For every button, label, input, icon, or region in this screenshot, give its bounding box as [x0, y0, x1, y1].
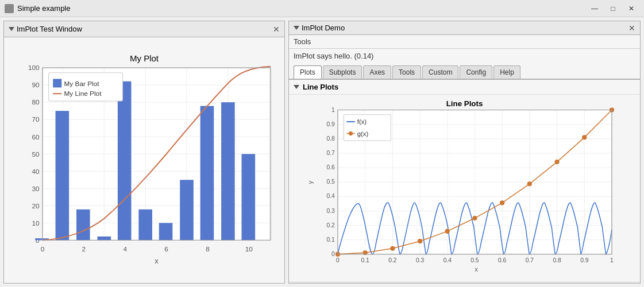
svg-rect-43 — [221, 102, 235, 240]
tab-config[interactable]: Config — [460, 65, 492, 79]
svg-text:0.6: 0.6 — [498, 257, 507, 263]
svg-text:6: 6 — [164, 245, 168, 253]
legend-line-label: My Line Plot — [64, 90, 102, 98]
svg-text:10: 10 — [32, 219, 40, 227]
close-button[interactable]: ✕ — [623, 2, 639, 15]
svg-text:8: 8 — [206, 245, 210, 253]
svg-rect-42 — [200, 106, 214, 241]
line-chart-title: Line Plots — [446, 99, 483, 108]
svg-rect-39 — [138, 210, 152, 241]
line-plots-collapse-icon — [294, 85, 299, 89]
right-panel-close[interactable]: ✕ — [628, 24, 635, 32]
svg-text:0.9: 0.9 — [580, 257, 589, 263]
left-panel-title: ImPlot Test Window — [17, 25, 82, 33]
tab-help[interactable]: Help — [493, 65, 520, 79]
tab-tools[interactable]: Tools — [392, 65, 421, 79]
svg-text:0: 0 — [36, 236, 40, 245]
svg-point-91 — [390, 246, 395, 251]
minimize-button[interactable]: — — [587, 2, 603, 15]
svg-text:50: 50 — [32, 150, 40, 158]
y-axis-labels: 0 10 20 30 40 50 60 70 80 90 100 — [28, 64, 40, 244]
tab-subplots[interactable]: Subplots — [323, 65, 363, 79]
left-panel-header: ImPlot Test Window ✕ — [4, 21, 284, 37]
svg-text:30: 30 — [32, 185, 40, 193]
svg-text:0.6: 0.6 — [327, 164, 336, 170]
y-axis-label: y — [307, 181, 314, 184]
line-chart-svg: Line Plots — [291, 97, 638, 280]
svg-text:20: 20 — [32, 202, 40, 210]
svg-text:0.3: 0.3 — [416, 257, 425, 263]
tools-label: Tools — [294, 37, 311, 46]
tab-plots[interactable]: Plots — [294, 65, 322, 79]
svg-rect-35 — [56, 111, 70, 240]
svg-text:4: 4 — [123, 245, 127, 253]
left-chart-container: My Plot — [4, 37, 284, 283]
left-panel-close[interactable]: ✕ — [273, 25, 280, 33]
svg-rect-38 — [118, 82, 132, 241]
svg-text:0.9: 0.9 — [327, 121, 336, 127]
collapse-icon-right[interactable] — [294, 26, 299, 30]
svg-text:80: 80 — [32, 98, 40, 106]
svg-text:70: 70 — [32, 115, 40, 123]
svg-point-92 — [418, 239, 422, 243]
bar-chart-svg: My Plot — [9, 42, 280, 278]
x-labels-r: 0 0.1 0.2 0.3 0.4 0.5 0.6 0.7 0.8 0.9 1 — [336, 257, 614, 263]
svg-text:10: 10 — [245, 245, 253, 253]
svg-text:0: 0 — [331, 251, 335, 257]
svg-text:0.2: 0.2 — [327, 222, 336, 228]
svg-text:0.4: 0.4 — [444, 257, 452, 263]
line-plots-section-header[interactable]: Line Plots — [289, 80, 640, 95]
chart-title: My Plot — [130, 53, 159, 63]
svg-point-97 — [554, 160, 559, 164]
svg-rect-37 — [97, 236, 111, 240]
svg-text:0.5: 0.5 — [471, 257, 479, 263]
svg-text:0.2: 0.2 — [388, 257, 397, 263]
svg-text:0.8: 0.8 — [553, 257, 561, 263]
svg-text:0.8: 0.8 — [327, 135, 336, 142]
right-panel: ImPlot Demo ✕ Tools ImPlot says hello. (… — [288, 21, 641, 284]
svg-text:0.5: 0.5 — [327, 179, 336, 185]
svg-text:0.7: 0.7 — [327, 150, 336, 156]
line-plots-title: Line Plots — [303, 83, 338, 91]
app-title: Simple example — [17, 4, 71, 13]
window-controls: — □ ✕ — [587, 2, 639, 15]
svg-point-96 — [527, 181, 532, 186]
svg-text:100: 100 — [28, 64, 40, 72]
gx-legend-dot — [349, 131, 353, 135]
tab-custom[interactable]: Custom — [422, 65, 458, 79]
y-labels-r: 0 0.1 0.2 0.3 0.4 0.5 0.6 0.7 0.8 0.9 1 — [327, 107, 336, 257]
svg-text:0.4: 0.4 — [327, 193, 336, 199]
x-axis-labels: 0 2 4 6 8 10 — [41, 245, 253, 253]
svg-point-93 — [445, 229, 450, 234]
filled-section[interactable]: Filled Line Plots — [289, 282, 640, 287]
svg-text:2: 2 — [82, 245, 86, 253]
fx-legend-label: f(x) — [357, 118, 367, 125]
collapse-icon-left[interactable] — [9, 27, 14, 31]
svg-point-95 — [500, 200, 504, 205]
svg-text:1: 1 — [610, 257, 614, 263]
svg-text:60: 60 — [32, 133, 40, 141]
line-plots-chart: Line Plots — [289, 95, 640, 282]
right-panel-inner: Tools ImPlot says hello. (0.14) Plots Su… — [289, 35, 640, 287]
tab-axes[interactable]: Axes — [363, 65, 391, 79]
svg-rect-44 — [241, 154, 255, 240]
tools-bar: Tools — [289, 35, 640, 49]
svg-text:1: 1 — [331, 107, 335, 113]
right-panel-title: ImPlot Demo — [302, 24, 345, 32]
app-icon — [5, 4, 14, 13]
main-content: ImPlot Test Window ✕ My Plot — [0, 17, 644, 287]
x-axis-title: x — [155, 257, 159, 265]
legend-bar-label: My Bar Plot — [64, 80, 100, 88]
left-panel: ImPlot Test Window ✕ My Plot — [3, 21, 285, 284]
svg-rect-36 — [76, 210, 90, 241]
maximize-button[interactable]: □ — [605, 2, 621, 15]
svg-rect-41 — [180, 180, 194, 240]
svg-text:0: 0 — [41, 245, 45, 253]
svg-rect-40 — [159, 223, 173, 240]
hello-text: ImPlot says hello. (0.14) — [289, 49, 640, 63]
svg-text:0.1: 0.1 — [327, 236, 336, 243]
svg-text:0: 0 — [336, 257, 340, 263]
title-bar: Simple example — □ ✕ — [0, 0, 644, 17]
right-panel-header: ImPlot Demo ✕ — [289, 21, 640, 35]
svg-text:0.1: 0.1 — [361, 257, 370, 263]
